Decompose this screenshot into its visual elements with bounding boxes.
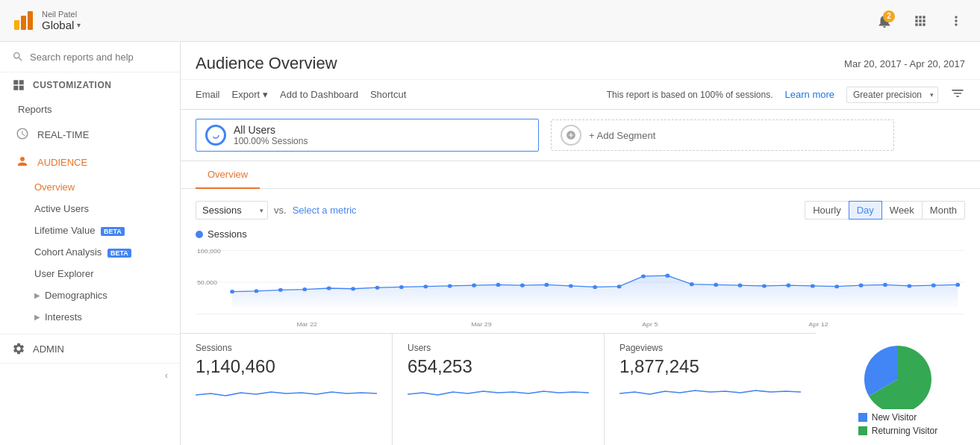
new-visitor-color [858, 413, 867, 422]
chart-data-point [302, 287, 307, 291]
chart-data-point [955, 283, 960, 287]
chart-data-point [375, 286, 380, 290]
realtime-label: REAL-TIME [37, 129, 89, 140]
search-input[interactable] [30, 52, 168, 63]
sidebar-sub-overview[interactable]: Overview [0, 176, 180, 198]
pie-chart [857, 342, 939, 409]
svg-text:Mar 29: Mar 29 [471, 322, 492, 328]
all-users-segment[interactable]: All Users 100.00% Sessions [196, 119, 539, 152]
metric-selector: Sessions Users Pageviews Bounces ▾ vs. S… [196, 201, 357, 220]
new-visitor-label: New Visitor [872, 412, 917, 423]
add-segment-label: + Add Segment [589, 130, 655, 141]
stat-sessions-value: 1,140,460 [196, 356, 377, 377]
apps-button[interactable] [908, 9, 932, 33]
chart-wrapper: 100,000 50,000 Mar 22 Mar 29 Apr 5 [196, 244, 965, 333]
stat-pageviews-label: Pageviews [619, 343, 801, 353]
chart-data-point [230, 290, 234, 293]
stat-pageviews-value: 1,877,245 [619, 356, 801, 377]
content-area: Audience Overview Mar 20, 2017 - Apr 20,… [181, 42, 980, 445]
sidebar-sub-user-explorer[interactable]: User Explorer [0, 263, 180, 284]
chart-data-point [351, 287, 355, 290]
account-name[interactable]: Global ▾ [42, 19, 81, 31]
user-info: Neil Patel Global ▾ [42, 10, 81, 31]
shortcut-button[interactable]: Shortcut [370, 89, 406, 100]
chart-data-point [472, 284, 476, 287]
svg-text:Apr 12: Apr 12 [809, 322, 828, 328]
chart-data-point [786, 284, 790, 287]
precision-select[interactable]: Greater precision Faster display [846, 87, 938, 103]
export-caret-icon: ▾ [263, 89, 268, 100]
chart-data-point [811, 284, 815, 287]
sidebar-sub-lifetime-value[interactable]: Lifetime Value BETA [0, 220, 180, 241]
account-dropdown-arrow: ▾ [77, 21, 81, 29]
cohort-beta-badge: BETA [107, 249, 131, 258]
admin-label: ADMIN [33, 343, 64, 355]
sidebar-sub-demographics[interactable]: ▶ Demographics [0, 284, 180, 306]
time-btn-month[interactable]: Month [922, 201, 965, 220]
chart-data-point [278, 288, 283, 292]
notifications-button[interactable]: 2 [873, 9, 896, 33]
chart-data-point [907, 284, 911, 287]
time-btn-hourly[interactable]: Hourly [805, 201, 849, 220]
stat-users-value: 654,253 [408, 356, 589, 377]
sessions-chart: 100,000 50,000 Mar 22 Mar 29 Apr 5 [196, 244, 965, 333]
pie-legend: New Visitor Returning Visitor [858, 412, 938, 436]
segment-percentage: 100.00% Sessions [234, 136, 308, 146]
demographics-expand-icon: ▶ [34, 291, 40, 299]
tab-overview[interactable]: Overview [196, 161, 260, 189]
svg-rect-1 [21, 16, 26, 30]
metric-select[interactable]: Sessions Users Pageviews Bounces [196, 201, 268, 220]
tab-row: Overview [181, 161, 980, 189]
top-bar-right: 2 [873, 9, 968, 33]
sidebar-collapse-button[interactable]: ‹ [0, 363, 180, 387]
admin-gear-icon [12, 342, 25, 355]
vs-label: vs. [274, 205, 287, 216]
segment-row: All Users 100.00% Sessions + Add Segment [181, 110, 980, 161]
stat-pageviews-sparkline [619, 382, 801, 402]
add-to-dashboard-button[interactable]: Add to Dashboard [280, 89, 358, 100]
sidebar-item-realtime[interactable]: REAL-TIME [0, 121, 180, 149]
time-btn-day[interactable]: Day [849, 201, 882, 220]
chart-data-point [859, 284, 864, 287]
chart-data-point [593, 285, 597, 289]
sidebar-sub-interests[interactable]: ▶ Interests [0, 306, 180, 328]
chart-data-point [617, 284, 622, 288]
stats-and-pie: Sessions 1,140,460 Users 654,253 [181, 333, 980, 445]
chart-data-point [931, 284, 936, 287]
sessions-legend-label: Sessions [207, 228, 247, 240]
sidebar-search-area [0, 42, 180, 72]
notification-badge: 2 [883, 10, 895, 22]
chart-data-point [665, 274, 670, 278]
export-button[interactable]: Export ▾ [232, 89, 269, 100]
pie-legend-new-visitor: New Visitor [858, 412, 938, 423]
top-bar: Neil Patel Global ▾ 2 [0, 0, 980, 42]
sidebar-customization-header[interactable]: CUSTOMIZATION [0, 72, 180, 98]
more-options-button[interactable] [944, 9, 968, 33]
time-btn-week[interactable]: Week [881, 201, 923, 220]
stats-cards: Sessions 1,140,460 Users 654,253 [181, 333, 816, 445]
interests-label: Interests [45, 311, 82, 323]
add-circle-icon [566, 130, 576, 140]
audience-label: AUDIENCE [37, 157, 87, 168]
sidebar-sub-active-users[interactable]: Active Users [0, 198, 180, 220]
sidebar-admin[interactable]: ADMIN [0, 334, 180, 363]
stat-sessions: Sessions 1,140,460 [181, 334, 393, 445]
filter-icon[interactable] [950, 86, 965, 103]
content-header: Audience Overview Mar 20, 2017 - Apr 20,… [181, 42, 980, 80]
sidebar-sub-cohort-analysis[interactable]: Cohort Analysis BETA [0, 241, 180, 263]
select-metric-link[interactable]: Select a metric [293, 205, 357, 216]
email-button[interactable]: Email [196, 89, 220, 100]
sidebar-item-audience[interactable]: AUDIENCE [0, 149, 180, 176]
clock-icon [16, 127, 29, 140]
chart-data-point [714, 283, 718, 287]
stat-users-sparkline [408, 382, 589, 402]
metric-select-wrapper: Sessions Users Pageviews Bounces ▾ [196, 201, 268, 220]
sidebar: CUSTOMIZATION Reports REAL-TIME AUDIENCE [0, 42, 181, 445]
chart-legend: Sessions [196, 228, 965, 240]
add-segment-button[interactable]: + Add Segment [551, 119, 894, 151]
more-vert-icon [949, 13, 964, 28]
learn-more-link[interactable]: Learn more [785, 89, 834, 100]
stat-users: Users 654,253 [393, 334, 605, 445]
precision-wrapper: Greater precision Faster display ▾ [846, 87, 938, 103]
svg-text:100,000: 100,000 [197, 248, 221, 254]
